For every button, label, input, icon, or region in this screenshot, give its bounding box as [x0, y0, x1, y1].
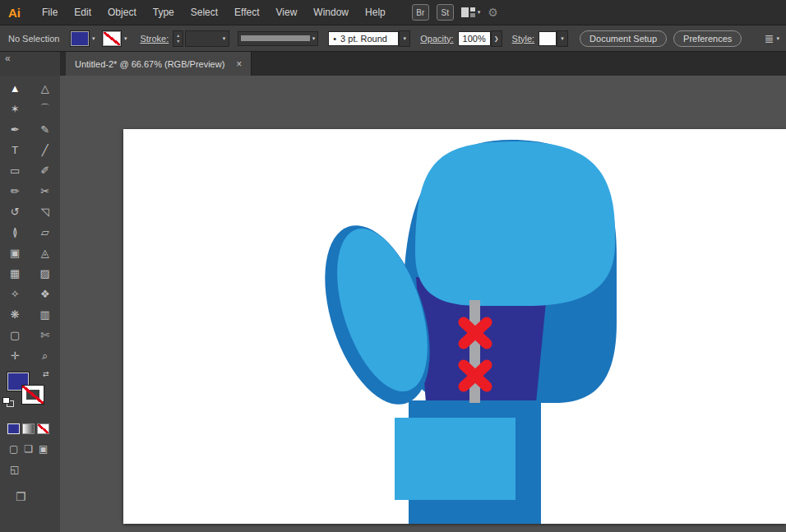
- fill-dropdown-icon[interactable]: ▾: [89, 35, 98, 42]
- curvature-tool[interactable]: ✎: [30, 119, 61, 140]
- scissors-tool[interactable]: ✂: [30, 181, 61, 201]
- type-tool[interactable]: T: [0, 140, 30, 160]
- stroke-weight-stepper[interactable]: ▴ ▾: [173, 30, 183, 47]
- rotate-tool[interactable]: ↺: [0, 201, 30, 222]
- chevron-down-icon: ▾: [223, 35, 226, 42]
- close-icon[interactable]: ×: [236, 58, 242, 70]
- glove-dome-shape[interactable]: [415, 141, 615, 306]
- drawing-mode-buttons: ▢ ❏ ▣: [9, 443, 60, 455]
- artboard-tool[interactable]: ▢: [0, 325, 30, 345]
- direct-selection-tool[interactable]: △: [30, 78, 61, 99]
- stroke-weight-dropdown[interactable]: ▾: [185, 30, 229, 47]
- gradient-button[interactable]: [22, 423, 35, 434]
- chevron-down-icon: ▾: [478, 9, 481, 16]
- control-panel-menu[interactable]: ≣ ▾: [765, 32, 779, 45]
- uniform-profile-preview: [241, 35, 309, 41]
- document-setup-button[interactable]: Document Setup: [580, 30, 667, 47]
- rectangle-tool[interactable]: ▭: [0, 160, 30, 181]
- gradient-tool[interactable]: ▨: [30, 263, 61, 284]
- lasso-tool[interactable]: ⌒: [30, 99, 61, 119]
- perspective-grid-tool[interactable]: ◬: [30, 243, 61, 263]
- zoom-tool[interactable]: ⌕: [30, 345, 61, 366]
- screen-mode-icon[interactable]: ◱: [10, 464, 60, 475]
- color-button[interactable]: [7, 423, 20, 434]
- stroke-panel-link[interactable]: Stroke:: [140, 34, 169, 44]
- style-panel-link[interactable]: Style:: [512, 34, 535, 44]
- stroke-dropdown-icon[interactable]: ▾: [121, 35, 130, 42]
- swap-fill-stroke-icon[interactable]: ⇄: [43, 370, 49, 378]
- opacity-panel-link[interactable]: Opacity:: [420, 34, 453, 44]
- menu-edit[interactable]: Edit: [66, 0, 99, 25]
- stroke-color-swatch[interactable]: [103, 31, 121, 46]
- brush-dropdown-button[interactable]: ▾: [399, 30, 410, 47]
- pen-tool[interactable]: ✒: [0, 119, 30, 140]
- menu-object[interactable]: Object: [99, 0, 145, 25]
- change-screen-mode-icon[interactable]: ❐: [16, 490, 60, 503]
- stock-button[interactable]: St: [437, 4, 454, 21]
- tab-row: « Untitled-2* @ 66.67% (RGB/Preview) ×: [0, 52, 786, 76]
- scale-tool[interactable]: ◹: [30, 201, 61, 222]
- workspace-icon: [461, 7, 475, 17]
- line-segment-tool[interactable]: ╱: [30, 140, 61, 160]
- symbol-sprayer-tool[interactable]: ❋: [0, 304, 30, 325]
- chevron-down-icon: ▾: [776, 35, 779, 42]
- menu-window[interactable]: Window: [305, 0, 357, 25]
- menu-bar: Ai File Edit Object Type Select Effect V…: [0, 0, 786, 25]
- default-fill-stroke-icon[interactable]: [2, 397, 14, 407]
- mesh-tool[interactable]: ▦: [0, 263, 30, 284]
- stepper-down-icon[interactable]: ▾: [177, 39, 179, 44]
- fill-color-swatch[interactable]: [71, 31, 89, 46]
- pencil-tool[interactable]: ✏: [0, 181, 30, 201]
- eyedropper-tool[interactable]: ✧: [0, 284, 30, 304]
- bridge-button[interactable]: Br: [412, 4, 429, 21]
- document-tab[interactable]: Untitled-2* @ 66.67% (RGB/Preview) ×: [66, 52, 252, 76]
- selection-tool[interactable]: ▲: [0, 78, 30, 99]
- stepper-up-icon[interactable]: ▴: [177, 33, 179, 39]
- tools-panel: ▲ △ ✶ ⌒ ✒ ✎ T ╱ ▭ ✐ ✏ ✂ ↺ ◹ ≬ ▱ ▣ ◬ ▦ ▨ …: [0, 76, 60, 532]
- shape-builder-tool[interactable]: ▣: [0, 243, 30, 263]
- selection-status: No Selection: [8, 34, 59, 44]
- style-field[interactable]: [539, 31, 557, 46]
- paintbrush-tool[interactable]: ✐: [30, 160, 61, 181]
- lace-strip-shape[interactable]: [469, 300, 480, 403]
- document-tabs: Untitled-2* @ 66.67% (RGB/Preview) ×: [60, 52, 786, 76]
- menu-effect[interactable]: Effect: [226, 0, 267, 25]
- cuff-shape[interactable]: [395, 418, 516, 500]
- paint-style-buttons: [7, 423, 60, 434]
- opacity-dropdown-button[interactable]: ❯: [491, 30, 502, 47]
- draw-behind-icon[interactable]: ❏: [24, 443, 33, 455]
- menu-view[interactable]: View: [268, 0, 306, 25]
- free-transform-tool[interactable]: ▱: [30, 222, 61, 243]
- sync-settings-icon[interactable]: ⚙: [488, 6, 498, 19]
- menu-select[interactable]: Select: [183, 0, 226, 25]
- style-dropdown-button[interactable]: ▾: [557, 30, 568, 47]
- fill-stroke-proxy: ⇄: [0, 371, 60, 419]
- artboard[interactable]: [123, 129, 786, 524]
- menu-help[interactable]: Help: [357, 0, 394, 25]
- width-tool[interactable]: ≬: [0, 222, 30, 243]
- brush-dot-icon: •: [333, 34, 336, 44]
- magic-wand-tool[interactable]: ✶: [0, 99, 30, 119]
- menu-file[interactable]: File: [34, 0, 66, 25]
- column-graph-tool[interactable]: ▥: [30, 304, 61, 325]
- none-button[interactable]: [37, 423, 49, 434]
- canvas-area[interactable]: [60, 76, 786, 532]
- toolbar-collapse-button[interactable]: «: [0, 52, 60, 76]
- slice-tool[interactable]: ✄: [30, 325, 61, 345]
- preferences-button[interactable]: Preferences: [673, 30, 742, 47]
- control-bar: No Selection ▾ ▾ Stroke: ▴ ▾ ▾ ▾ • 3 pt.…: [0, 25, 786, 52]
- document-tab-title: Untitled-2* @ 66.67% (RGB/Preview): [75, 59, 224, 69]
- menu-type[interactable]: Type: [145, 0, 183, 25]
- draw-normal-icon[interactable]: ▢: [9, 443, 18, 455]
- chevron-down-icon: ▾: [312, 35, 316, 42]
- draw-inside-icon[interactable]: ▣: [39, 443, 48, 455]
- workspace-switcher[interactable]: ▾: [461, 7, 481, 17]
- boxing-glove-artwork: [123, 129, 786, 524]
- brush-name: 3 pt. Round: [340, 34, 387, 44]
- width-profile-dropdown[interactable]: ▾: [238, 31, 318, 46]
- panel-menu-icon: ≣: [765, 32, 774, 45]
- brush-definition-field[interactable]: • 3 pt. Round: [328, 31, 399, 46]
- hand-tool[interactable]: ✛: [0, 345, 30, 366]
- blend-tool[interactable]: ❖: [30, 284, 61, 304]
- opacity-field[interactable]: 100%: [458, 31, 491, 46]
